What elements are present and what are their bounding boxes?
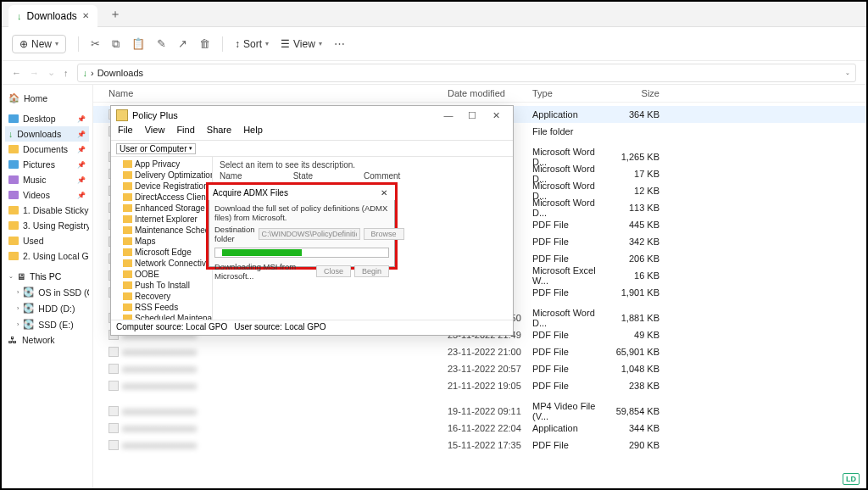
folder-icon xyxy=(123,204,132,212)
dest-folder-input xyxy=(259,228,360,240)
up-button[interactable]: ↑ xyxy=(64,68,69,78)
sidebar-item-desktop[interactable]: Desktop📌 xyxy=(5,111,89,126)
pp-tree-item[interactable]: Delivery Optimization xyxy=(111,170,212,181)
file-row[interactable]: xxxxxxxxxxxxxxxx23-11-2022 21:00PDF File… xyxy=(93,343,866,360)
chevron-down-icon[interactable]: ⌄ xyxy=(845,70,850,76)
sidebar-drive[interactable]: ›💽HDD (D:) xyxy=(5,300,89,316)
pp-col-state[interactable]: State xyxy=(293,171,313,181)
close-icon[interactable]: ✕ xyxy=(82,11,89,20)
cut-icon[interactable]: ✂ xyxy=(91,37,100,50)
begin-button[interactable]: Begin xyxy=(354,265,389,277)
col-type[interactable]: Type xyxy=(532,88,609,98)
file-row[interactable]: xxxxxxxxxxxxxxxx15-11-2022 17:35PDF File… xyxy=(93,437,866,454)
pp-tree[interactable]: App PrivacyDelivery OptimizationDevice R… xyxy=(111,157,213,320)
new-tab-button[interactable]: ＋ xyxy=(103,7,128,22)
sidebar-item-folder[interactable]: 1. Disable Sticky Ke xyxy=(5,203,89,218)
sidebar-item-folder[interactable]: 3. Using Registry Ec xyxy=(5,218,89,233)
sidebar-drive[interactable]: ›💽OS in SSD (C:) xyxy=(5,284,89,300)
pp-statusbar: Computer source: Local GPO User source: … xyxy=(111,320,513,335)
sidebar-item-folder[interactable]: Used xyxy=(5,233,89,248)
pp-tree-item[interactable]: Scheduled Maintenance xyxy=(111,313,212,320)
pp-tree-item[interactable]: App Privacy xyxy=(111,159,212,170)
menu-view[interactable]: View xyxy=(145,125,165,140)
file-row[interactable]: xxxxxxxxxxxxxxxx21-11-2022 19:05PDF File… xyxy=(93,377,866,394)
pp-tree-item[interactable]: Recovery xyxy=(111,291,212,302)
maximize-button[interactable]: ☐ xyxy=(460,110,484,121)
close-button[interactable]: ✕ xyxy=(484,110,508,121)
col-size[interactable]: Size xyxy=(609,88,659,98)
share-icon[interactable]: ↗ xyxy=(178,37,187,50)
pp-tree-item[interactable]: DirectAccess Client Exp xyxy=(111,192,212,203)
tab-title: Downloads xyxy=(27,10,77,22)
menu-share[interactable]: Share xyxy=(207,125,231,140)
pp-tree-item[interactable]: Maps xyxy=(111,236,212,247)
menu-find[interactable]: Find xyxy=(176,125,194,140)
file-size: 206 KB xyxy=(609,253,659,264)
breadcrumb-root[interactable]: Downloads xyxy=(97,68,143,78)
pp-tree-item[interactable]: Microsoft Edge xyxy=(111,247,212,258)
address-bar[interactable]: ↓ › Downloads ⌄ xyxy=(77,64,857,82)
browse-button[interactable]: Browse xyxy=(364,228,404,240)
recent-chevron[interactable]: ⌄ xyxy=(47,67,55,78)
dest-folder-label: Destination folder xyxy=(214,225,255,243)
menu-file[interactable]: File xyxy=(118,125,133,140)
file-row[interactable]: xxxxxxxxxxxxxxxx23-11-2022 20:57PDF File… xyxy=(93,360,866,377)
sidebar-item-pictures[interactable]: Pictures📌 xyxy=(5,157,89,172)
downloads-icon: ↓ xyxy=(83,68,88,78)
admx-titlebar[interactable]: Acquire ADMX Files ✕ xyxy=(209,185,395,200)
close-button[interactable]: ✕ xyxy=(377,188,391,198)
delete-icon[interactable]: 🗑 xyxy=(199,37,210,50)
pin-icon: 📌 xyxy=(77,131,86,138)
file-row[interactable]: xxxxxxxxxxxxxxxx16-11-2022 22:04Applicat… xyxy=(93,420,866,437)
col-name[interactable]: Name xyxy=(108,88,448,98)
file-size: 1,048 KB xyxy=(609,364,659,374)
acquire-admx-dialog[interactable]: Acquire ADMX Files ✕ Download the full s… xyxy=(206,182,398,270)
sidebar-home[interactable]: 🏠 Home xyxy=(5,90,89,106)
pp-tree-item[interactable]: Enhanced Storage Acc xyxy=(111,203,212,214)
pp-tree-item[interactable]: RSS Feeds xyxy=(111,302,212,313)
folder-icon xyxy=(8,221,19,230)
rename-icon[interactable]: ✎ xyxy=(157,37,166,50)
file-date: 21-11-2022 19:05 xyxy=(448,381,532,391)
close-button[interactable]: Close xyxy=(316,265,351,277)
col-date[interactable]: Date modified xyxy=(448,88,532,98)
view-button[interactable]: ☰ View ▾ xyxy=(281,38,322,50)
sidebar-item-videos[interactable]: Videos📌 xyxy=(5,187,89,203)
sort-label: Sort xyxy=(243,38,262,50)
tab-downloads[interactable]: ↓ Downloads ✕ xyxy=(8,5,97,27)
pp-titlebar[interactable]: Policy Plus — ☐ ✕ xyxy=(111,106,513,125)
pp-col-name[interactable]: Name xyxy=(220,171,242,181)
home-icon: 🏠 xyxy=(8,92,19,103)
pp-tree-item[interactable]: Internet Explorer xyxy=(111,214,212,225)
paste-icon[interactable]: 📋 xyxy=(131,37,145,50)
file-icon xyxy=(108,381,119,391)
minimize-button[interactable]: — xyxy=(437,110,460,120)
copy-icon[interactable]: ⧉ xyxy=(112,37,120,51)
scope-select[interactable]: User or Computer ▾ xyxy=(116,143,196,154)
pp-col-comment[interactable]: Comment xyxy=(364,171,400,181)
new-button[interactable]: ⊕ New ▾ xyxy=(12,35,66,53)
pp-tree-label: Maps xyxy=(135,237,155,246)
sort-button[interactable]: ↕ Sort ▾ xyxy=(235,38,269,50)
sidebar-drive[interactable]: ›💽SSD (E:) xyxy=(5,316,89,332)
chevron-right-icon: › xyxy=(17,289,19,295)
file-row[interactable]: xxxxxxxxxxxxxxxx19-11-2022 09:11MP4 Vide… xyxy=(93,403,866,420)
sidebar-thispc[interactable]: ⌄🖥This PC xyxy=(5,269,89,284)
pp-tree-item[interactable]: OOBE xyxy=(111,269,212,280)
menu-help[interactable]: Help xyxy=(243,125,263,140)
more-icon[interactable]: ⋯ xyxy=(334,37,345,50)
sidebar-item-label: OS in SSD (C:) xyxy=(38,287,89,298)
sidebar-network[interactable]: 🖧Network xyxy=(5,332,89,348)
sidebar-item-folder[interactable]: 2. Using Local Grou xyxy=(5,248,89,264)
pp-tree-item[interactable]: Maintenance Schedule xyxy=(111,225,212,236)
file-type: PDF File xyxy=(532,364,609,374)
sidebar-item-documents[interactable]: Documents📌 xyxy=(5,142,89,157)
pp-tree-item[interactable]: Device Registration xyxy=(111,181,212,192)
sidebar-item-downloads[interactable]: ↓Downloads📌 xyxy=(5,126,89,142)
sidebar-item-music[interactable]: Music📌 xyxy=(5,172,89,187)
pp-tree-item[interactable]: Push To Install xyxy=(111,280,212,291)
forward-button[interactable]: → xyxy=(30,68,39,78)
back-button[interactable]: ← xyxy=(12,68,21,78)
file-size: 16 KB xyxy=(609,270,659,281)
pp-tree-item[interactable]: Network Connectivity S xyxy=(111,258,212,269)
